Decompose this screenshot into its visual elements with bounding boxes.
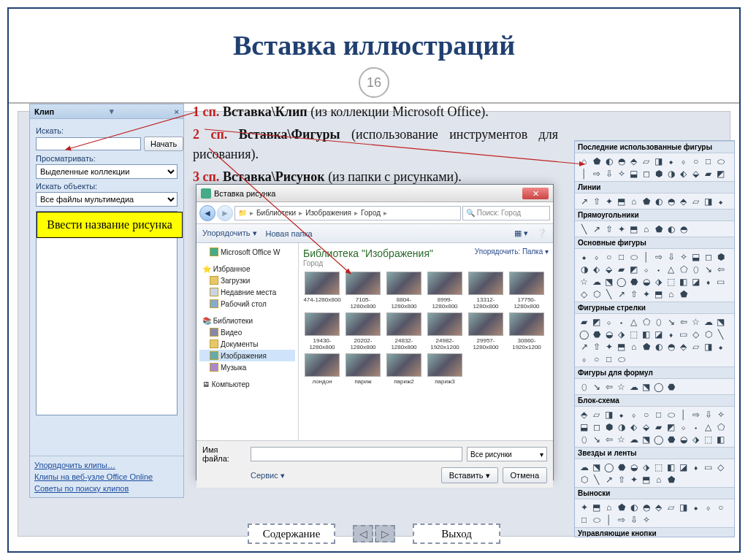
shape-item[interactable]: ✦ [628, 474, 639, 485]
shape-item[interactable]: ⇩ [703, 409, 714, 420]
view-icon[interactable]: ▦ ▾ [514, 229, 528, 238]
back-button[interactable]: ◄ [199, 205, 215, 221]
shape-item[interactable]: ⬨ [678, 156, 689, 166]
shape-item[interactable]: ⬗ [653, 276, 664, 287]
thumbnail[interactable]: 20202-1280x800 [344, 312, 382, 350]
shape-item[interactable]: ◑ [579, 264, 589, 275]
filetype-select[interactable]: Все рисунки▾ [467, 447, 547, 461]
shape-item[interactable]: ◓ [665, 341, 676, 352]
shape-item[interactable]: ⬧ [703, 276, 714, 287]
shape-item[interactable]: ⬘ [678, 196, 689, 207]
shape-item[interactable]: ◨ [703, 196, 714, 207]
shape-item[interactable]: ⬗ [616, 329, 627, 340]
shape-item[interactable]: ▰ [653, 421, 664, 432]
shape-item[interactable]: ⬘ [653, 502, 664, 513]
thumbnail[interactable]: париж2 [385, 353, 423, 385]
search-tips-link[interactable]: Советы по поиску клипов [34, 483, 179, 494]
shape-item[interactable]: ⌂ [641, 223, 652, 234]
shape-item[interactable]: ⬖ [678, 168, 689, 179]
new-folder-button[interactable]: Новая папка [266, 229, 313, 238]
shape-item[interactable]: ⬩ [690, 421, 701, 432]
shape-item[interactable]: ⬙ [690, 168, 701, 179]
shape-item[interactable]: ◯ [653, 381, 664, 392]
forward-button[interactable]: ► [217, 205, 233, 221]
shape-item[interactable]: ◪ [678, 461, 689, 472]
tree-libraries[interactable]: 📚 Библиотеки [199, 314, 295, 326]
shape-item[interactable]: ◻ [703, 251, 714, 262]
shape-item[interactable]: ⬒ [641, 474, 652, 485]
shape-item[interactable]: ⬡ [591, 288, 602, 299]
tools-menu[interactable]: Сервис ▾ [251, 471, 285, 480]
thumbnail[interactable]: париж [344, 353, 382, 385]
shape-item[interactable]: ⬖ [628, 421, 639, 432]
shape-item[interactable]: ⬘ [628, 156, 639, 166]
shape-item[interactable]: ◒ [628, 461, 639, 472]
shape-item[interactable]: ⬒ [616, 196, 627, 207]
shape-item[interactable]: ◇ [579, 288, 589, 299]
shape-item[interactable]: ⬙ [641, 421, 652, 432]
shape-item[interactable]: ⬠ [715, 421, 726, 432]
shape-item[interactable]: ☁ [591, 276, 602, 287]
next-slide-button[interactable]: ▷ [375, 525, 395, 542]
contents-button[interactable]: Содержание [248, 523, 335, 544]
shape-item[interactable]: ☁ [579, 461, 589, 472]
shape-item[interactable]: ✦ [603, 196, 614, 207]
shape-item[interactable]: ☆ [579, 276, 589, 287]
office-online-link[interactable]: Клипы на веб-узле Office Online [34, 471, 179, 483]
shape-item[interactable]: ⇧ [591, 196, 602, 207]
tree-desktop[interactable]: Рабочий стол [199, 298, 295, 310]
shape-item[interactable]: ⬢ [603, 421, 614, 432]
shape-item[interactable]: ⌂ [628, 196, 639, 207]
shape-item[interactable]: ✦ [579, 502, 589, 513]
shape-item[interactable]: ⬗ [690, 434, 701, 445]
shape-item[interactable]: ⬒ [628, 223, 639, 234]
organize-clips-link[interactable]: Упорядочить клипы… [34, 459, 179, 471]
shape-item[interactable]: ⇧ [628, 288, 639, 299]
shape-item[interactable]: ⬦ [641, 264, 652, 275]
thumbnail[interactable]: 24832-1280x800 [385, 312, 423, 350]
shape-item[interactable]: ✧ [715, 409, 726, 420]
shape-item[interactable]: ◨ [653, 156, 664, 166]
shape-item[interactable]: ⬒ [653, 288, 664, 299]
shape-item[interactable]: ⬚ [665, 276, 676, 287]
shape-item[interactable]: ⬟ [591, 156, 602, 166]
shape-item[interactable]: ◐ [653, 341, 664, 352]
shape-item[interactable]: ⬒ [591, 502, 602, 513]
shape-item[interactable]: ▭ [703, 461, 714, 472]
shape-item[interactable]: ⬦ [603, 316, 614, 327]
shape-item[interactable]: ⌂ [628, 341, 639, 352]
shape-item[interactable]: ◐ [653, 196, 664, 207]
shape-item[interactable]: ↗ [591, 223, 602, 234]
shape-item[interactable]: ◧ [678, 276, 689, 287]
shape-item[interactable]: ⬧ [690, 461, 701, 472]
shape-item[interactable]: ╲ [715, 329, 726, 340]
shape-item[interactable]: ⬟ [678, 288, 689, 299]
shape-item[interactable]: ⬭ [665, 409, 676, 420]
thumbnail[interactable]: 24982-1920x1200 [426, 312, 464, 350]
shape-item[interactable]: ⬧ [665, 329, 676, 340]
insert-button[interactable]: Вставить ▾ [441, 467, 498, 483]
shape-item[interactable]: □ [616, 251, 627, 262]
tree-computer[interactable]: 🖥 Компьютер [199, 377, 295, 390]
tree-images[interactable]: Изображения [199, 350, 295, 361]
shape-item[interactable]: ↘ [703, 264, 714, 275]
shape-item[interactable]: ⬓ [628, 168, 639, 179]
shape-item[interactable]: ○ [641, 409, 652, 420]
shape-item[interactable]: ▱ [690, 341, 701, 352]
shape-item[interactable]: ⬡ [703, 329, 714, 340]
tree-downloads[interactable]: Загрузки [199, 275, 295, 286]
shape-item[interactable]: ⇦ [603, 381, 614, 392]
shape-item[interactable]: ⬓ [579, 421, 589, 432]
shape-item[interactable]: ⇦ [715, 264, 726, 275]
shape-item[interactable]: ⇧ [603, 223, 614, 234]
shape-item[interactable]: ✦ [641, 288, 652, 299]
shape-item[interactable]: ⬥ [715, 341, 726, 352]
shape-item[interactable]: ◨ [703, 341, 714, 352]
shape-item[interactable]: ⬟ [616, 502, 627, 513]
exit-button[interactable]: Выход [413, 523, 500, 544]
shape-item[interactable]: ⬣ [616, 461, 627, 472]
shape-item[interactable]: ⇨ [591, 168, 602, 179]
shape-item[interactable]: ⬢ [715, 251, 726, 262]
thumbnail[interactable]: 29957-1280x800 [467, 312, 505, 350]
shape-item[interactable]: ⬔ [715, 316, 726, 327]
